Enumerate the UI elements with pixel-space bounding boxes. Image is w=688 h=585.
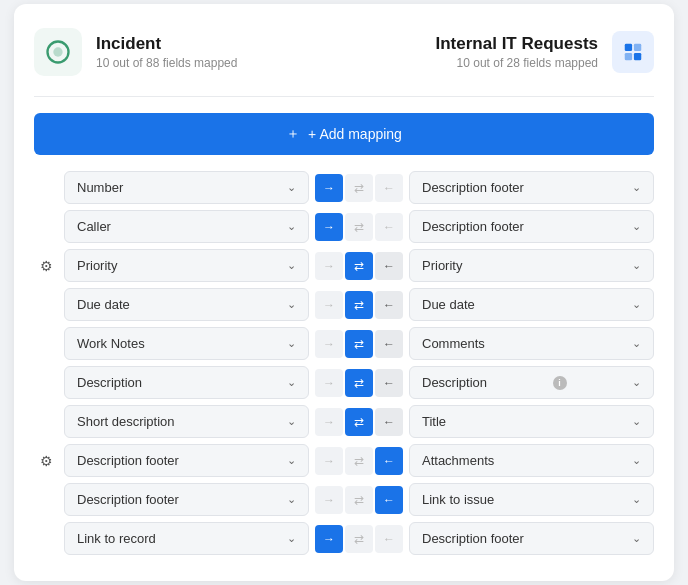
arrows-linkrecord: → ⇄ ← bbox=[315, 525, 403, 553]
left-arrow-priority[interactable]: ← bbox=[375, 252, 403, 280]
right-arrow-shortdesc[interactable]: → bbox=[315, 408, 343, 436]
both-arrow-linkrecord[interactable]: ⇄ bbox=[345, 525, 373, 553]
svg-rect-4 bbox=[625, 53, 632, 60]
row-worknotes: Work Notes⌄ → ⇄ ← Comments⌄ bbox=[34, 327, 654, 360]
row-caller: Caller⌄ → ⇄ ← Description footer⌄ bbox=[34, 210, 654, 243]
row-descfooter2: Description footer⌄ → ⇄ ← Link to issue⌄ bbox=[34, 483, 654, 516]
main-card: Incident 10 out of 88 fields mapped Inte… bbox=[14, 4, 674, 581]
both-arrow-descfooter1[interactable]: ⇄ bbox=[345, 447, 373, 475]
row-linkrecord: Link to record⌄ → ⇄ ← Description footer… bbox=[34, 522, 654, 555]
left-field-description[interactable]: Description⌄ bbox=[64, 366, 309, 399]
row-priority: ⚙ Priority⌄ → ⇄ ← Priority⌄ bbox=[34, 249, 654, 282]
arrows-descfooter1: → ⇄ ← bbox=[315, 447, 403, 475]
both-arrow-description[interactable]: ⇄ bbox=[345, 369, 373, 397]
incident-icon bbox=[34, 28, 82, 76]
right-arrow-priority[interactable]: → bbox=[315, 252, 343, 280]
both-arrow-descfooter2[interactable]: ⇄ bbox=[345, 486, 373, 514]
info-icon: i bbox=[553, 376, 567, 390]
left-title: Incident bbox=[96, 34, 237, 54]
arrows-description: → ⇄ ← bbox=[315, 369, 403, 397]
left-arrow-descfooter1[interactable]: ← bbox=[375, 447, 403, 475]
right-arrow-duedate[interactable]: → bbox=[315, 291, 343, 319]
gear-priority[interactable]: ⚙ bbox=[34, 258, 58, 274]
left-arrow-shortdesc[interactable]: ← bbox=[375, 408, 403, 436]
right-field-descfooter2[interactable]: Link to issue⌄ bbox=[409, 483, 654, 516]
both-arrow-priority[interactable]: ⇄ bbox=[345, 252, 373, 280]
left-arrow-number[interactable]: ← bbox=[375, 174, 403, 202]
svg-rect-2 bbox=[625, 44, 632, 51]
gear-descfooter1[interactable]: ⚙ bbox=[34, 453, 58, 469]
both-arrow-shortdesc[interactable]: ⇄ bbox=[345, 408, 373, 436]
right-arrow-descfooter1[interactable]: → bbox=[315, 447, 343, 475]
it-requests-icon bbox=[612, 31, 654, 73]
right-field-shortdesc[interactable]: Title⌄ bbox=[409, 405, 654, 438]
add-mapping-button[interactable]: ＋ + Add mapping bbox=[34, 113, 654, 155]
left-field-worknotes[interactable]: Work Notes⌄ bbox=[64, 327, 309, 360]
right-field-description[interactable]: Description i ⌄ bbox=[409, 366, 654, 399]
arrows-worknotes: → ⇄ ← bbox=[315, 330, 403, 358]
right-field-descfooter1[interactable]: Attachments⌄ bbox=[409, 444, 654, 477]
both-arrow-caller[interactable]: ⇄ bbox=[345, 213, 373, 241]
left-field-descfooter2[interactable]: Description footer⌄ bbox=[64, 483, 309, 516]
right-field-number[interactable]: Description footer⌄ bbox=[409, 171, 654, 204]
plus-icon: ＋ bbox=[286, 125, 300, 143]
arrows-shortdesc: → ⇄ ← bbox=[315, 408, 403, 436]
left-arrow-caller[interactable]: ← bbox=[375, 213, 403, 241]
svg-point-1 bbox=[53, 47, 62, 56]
row-duedate: Due date⌄ → ⇄ ← Due date⌄ bbox=[34, 288, 654, 321]
right-field-duedate[interactable]: Due date⌄ bbox=[409, 288, 654, 321]
left-field-number[interactable]: Number⌄ bbox=[64, 171, 309, 204]
left-sub: 10 out of 88 fields mapped bbox=[96, 56, 237, 70]
svg-rect-3 bbox=[634, 44, 641, 51]
right-arrow-linkrecord[interactable]: → bbox=[315, 525, 343, 553]
arrows-duedate: → ⇄ ← bbox=[315, 291, 403, 319]
svg-rect-5 bbox=[634, 53, 641, 60]
left-field-priority[interactable]: Priority⌄ bbox=[64, 249, 309, 282]
left-field-linkrecord[interactable]: Link to record⌄ bbox=[64, 522, 309, 555]
left-field-shortdesc[interactable]: Short description⌄ bbox=[64, 405, 309, 438]
both-arrow-number[interactable]: ⇄ bbox=[345, 174, 373, 202]
left-arrow-worknotes[interactable]: ← bbox=[375, 330, 403, 358]
arrows-priority: → ⇄ ← bbox=[315, 252, 403, 280]
add-mapping-label: + Add mapping bbox=[308, 126, 402, 142]
right-sub: 10 out of 28 fields mapped bbox=[436, 56, 598, 70]
left-field-descfooter1[interactable]: Description footer⌄ bbox=[64, 444, 309, 477]
right-field-worknotes[interactable]: Comments⌄ bbox=[409, 327, 654, 360]
left-field-duedate[interactable]: Due date⌄ bbox=[64, 288, 309, 321]
left-field-caller[interactable]: Caller⌄ bbox=[64, 210, 309, 243]
right-arrow-number[interactable]: → bbox=[315, 174, 343, 202]
header-left: Incident 10 out of 88 fields mapped bbox=[34, 28, 237, 76]
row-description: Description⌄ → ⇄ ← Description i ⌄ bbox=[34, 366, 654, 399]
left-arrow-description[interactable]: ← bbox=[375, 369, 403, 397]
arrows-descfooter2: → ⇄ ← bbox=[315, 486, 403, 514]
both-arrow-duedate[interactable]: ⇄ bbox=[345, 291, 373, 319]
right-field-linkrecord[interactable]: Description footer⌄ bbox=[409, 522, 654, 555]
right-field-caller[interactable]: Description footer⌄ bbox=[409, 210, 654, 243]
left-arrow-duedate[interactable]: ← bbox=[375, 291, 403, 319]
row-shortdesc: Short description⌄ → ⇄ ← Title⌄ bbox=[34, 405, 654, 438]
right-field-priority[interactable]: Priority⌄ bbox=[409, 249, 654, 282]
header-right: Internal IT Requests 10 out of 28 fields… bbox=[436, 31, 654, 73]
right-arrow-descfooter2[interactable]: → bbox=[315, 486, 343, 514]
arrows-number: → ⇄ ← bbox=[315, 174, 403, 202]
left-arrow-descfooter2[interactable]: ← bbox=[375, 486, 403, 514]
right-arrow-worknotes[interactable]: → bbox=[315, 330, 343, 358]
header-divider bbox=[34, 96, 654, 97]
header: Incident 10 out of 88 fields mapped Inte… bbox=[34, 28, 654, 76]
right-arrow-description[interactable]: → bbox=[315, 369, 343, 397]
row-number: Number⌄ → ⇄ ← Description footer⌄ bbox=[34, 171, 654, 204]
right-arrow-caller[interactable]: → bbox=[315, 213, 343, 241]
right-title: Internal IT Requests bbox=[436, 34, 598, 54]
both-arrow-worknotes[interactable]: ⇄ bbox=[345, 330, 373, 358]
arrows-caller: → ⇄ ← bbox=[315, 213, 403, 241]
left-arrow-linkrecord[interactable]: ← bbox=[375, 525, 403, 553]
row-descfooter1: ⚙ Description footer⌄ → ⇄ ← Attachments⌄ bbox=[34, 444, 654, 477]
